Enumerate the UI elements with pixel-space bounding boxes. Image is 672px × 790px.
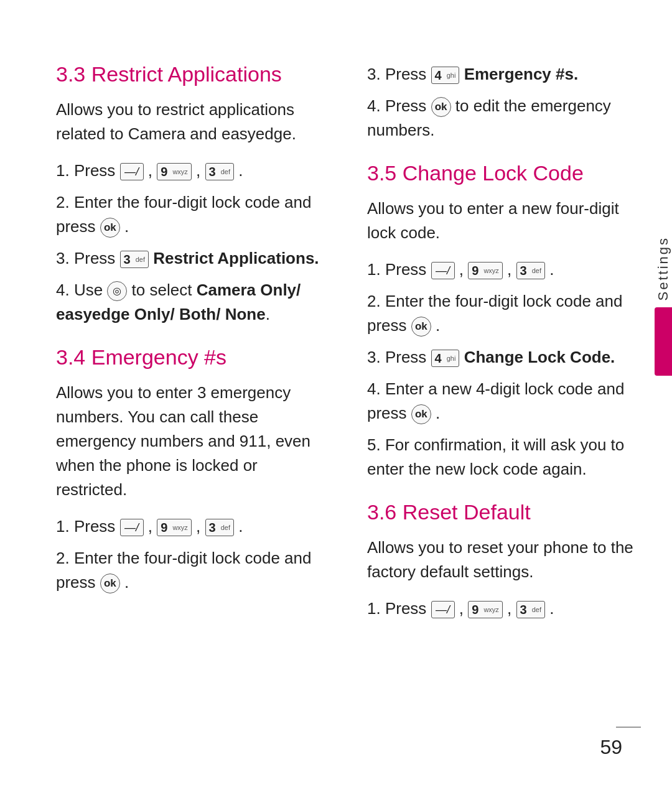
ok-btn-5: ok <box>411 404 431 424</box>
section-36: 3.6 Reset Default Allows you to reset yo… <box>367 500 635 621</box>
sidebar-label: Settings <box>655 236 671 301</box>
step-35-2: 2. Enter the four-digit lock code and pr… <box>367 289 635 338</box>
section-33-desc: Allows you to restrict applications rela… <box>56 98 324 146</box>
sidebar-bar <box>655 307 672 376</box>
key-9wxyz-2: 9wxyz <box>157 519 192 536</box>
menu-key-1: —/ <box>120 163 144 180</box>
right-column: 3. Press 4ghi Emergency #s. 4. Press ok … <box>361 62 635 639</box>
page-number: 59 <box>600 736 622 759</box>
nav-circle-1: ◎ <box>107 281 127 301</box>
section-35-steps: 1. Press —/ , 9wxyz , 3def . 2. Enter th… <box>367 258 635 481</box>
section-34-steps: 1. Press —/ , 9wxyz , 3def . 2. Enter th… <box>56 514 324 595</box>
section-34-desc: Allows you to enter 3 emergency numbers.… <box>56 381 324 502</box>
menu-key-3: —/ <box>431 262 455 279</box>
step-34-3: 3. Press 4ghi Emergency #s. <box>367 62 635 86</box>
menu-key-2: —/ <box>120 519 144 536</box>
section-35: 3.5 Change Lock Code Allows you to enter… <box>367 161 635 481</box>
ok-btn-3: ok <box>431 97 451 117</box>
step-33-3: 3. Press 3def Restrict Applications. <box>56 246 324 271</box>
ok-btn-2: ok <box>100 574 120 593</box>
key-3def-4: 3def <box>516 262 545 279</box>
section-35-desc: Allows you to enter a new four-digit loc… <box>367 197 635 245</box>
section-33-title: 3.3 Restrict Applications <box>56 62 324 86</box>
key-4ghi-1: 4ghi <box>431 67 460 84</box>
section-34-cont-steps: 3. Press 4ghi Emergency #s. 4. Press ok … <box>367 62 635 142</box>
key-9wxyz-4: 9wxyz <box>468 601 503 618</box>
section-33-steps: 1. Press —/ , 9wxyz , 3def . 2. Enter th… <box>56 159 324 327</box>
step-35-5: 5. For confirmation, it will ask you to … <box>367 433 635 481</box>
section-33: 3.3 Restrict Applications Allows you to … <box>56 62 324 327</box>
ok-btn-4: ok <box>411 317 431 337</box>
sidebar: Settings <box>655 236 672 376</box>
section-34: 3.4 Emergency #s Allows you to enter 3 e… <box>56 345 324 595</box>
step-34-4: 4. Press ok to edit the emergency number… <box>367 94 635 142</box>
section-34-title: 3.4 Emergency #s <box>56 345 324 369</box>
key-3def-2: 3def <box>120 251 149 268</box>
ok-btn-1: ok <box>100 218 120 238</box>
key-3def-5: 3def <box>516 601 545 618</box>
page-divider <box>616 727 641 728</box>
step-33-1-prefix: 1. Press <box>56 161 120 180</box>
step-36-1: 1. Press —/ , 9wxyz , 3def . <box>367 597 635 621</box>
step-33-1: 1. Press —/ , 9wxyz , 3def . <box>56 159 324 183</box>
step-33-4: 4. Use ◎ to select Camera Only/ easyedge… <box>56 278 324 327</box>
section-36-steps: 1. Press —/ , 9wxyz , 3def . <box>367 597 635 621</box>
step-34-1: 1. Press —/ , 9wxyz , 3def . <box>56 514 324 539</box>
key-4ghi-2: 4ghi <box>431 350 460 367</box>
step-35-1: 1. Press —/ , 9wxyz , 3def . <box>367 258 635 282</box>
key-9wxyz-1: 9wxyz <box>157 163 192 180</box>
section-35-title: 3.5 Change Lock Code <box>367 161 635 185</box>
step-35-3: 3. Press 4ghi Change Lock Code. <box>367 345 635 369</box>
key-3def-1: 3def <box>205 163 234 180</box>
key-3def-3: 3def <box>205 519 234 536</box>
step-33-2: 2. Enter the four-digit lock code and pr… <box>56 190 324 239</box>
step-34-2: 2. Enter the four-digit lock code and pr… <box>56 546 324 595</box>
step-35-4: 4. Enter a new 4-digit lock code and pre… <box>367 377 635 425</box>
menu-key-4: —/ <box>431 601 455 618</box>
section-36-desc: Allows you to reset your phone to the fa… <box>367 536 635 584</box>
left-column: 3.3 Restrict Applications Allows you to … <box>56 62 336 639</box>
section-36-title: 3.6 Reset Default <box>367 500 635 524</box>
key-9wxyz-3: 9wxyz <box>468 262 503 279</box>
